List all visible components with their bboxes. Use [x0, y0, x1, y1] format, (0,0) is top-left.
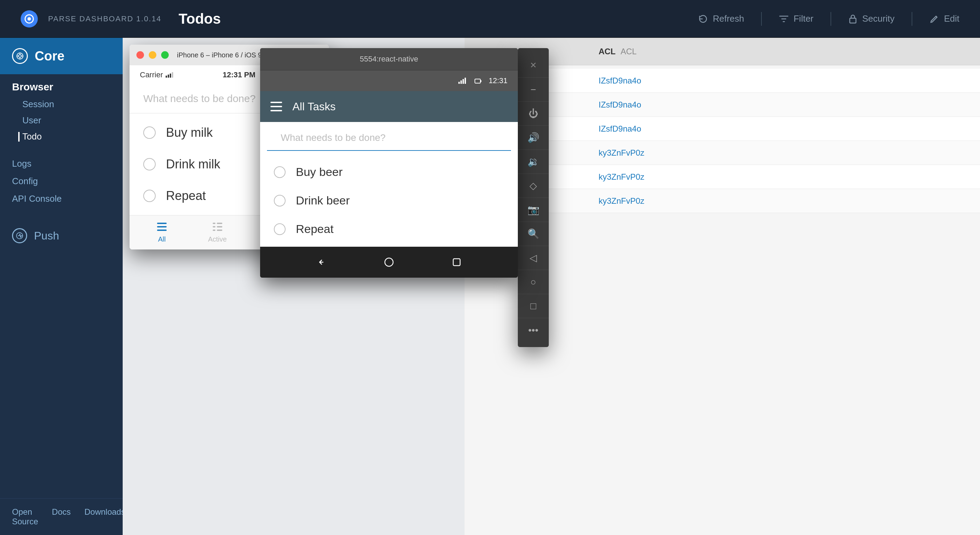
svg-rect-22 [465, 78, 466, 84]
android-tool-volume-down[interactable]: 🔉 [518, 150, 549, 174]
android-radio[interactable] [274, 223, 286, 235]
svg-point-28 [385, 258, 393, 266]
header-bar: PARSE DASHBOARD 1.0.14 Todos Refresh Fil… [0, 0, 980, 38]
sidebar-item-user[interactable]: User [22, 112, 111, 129]
android-todo-input[interactable]: What needs to be done? [267, 126, 511, 151]
android-home-btn[interactable] [382, 255, 396, 269]
content-area: text String ACL ACL Repeat IZsfD9na4o Dr… [123, 38, 980, 535]
svg-rect-11 [157, 226, 167, 228]
svg-rect-6 [165, 76, 167, 78]
android-tool-volume-up[interactable]: 🔊 [518, 126, 549, 150]
android-nav-bar [260, 247, 518, 278]
svg-rect-21 [463, 79, 464, 84]
app-title: Todos [179, 11, 221, 27]
filter-button[interactable]: Filter [779, 13, 813, 24]
svg-point-1 [27, 17, 31, 21]
docs-link[interactable]: Docs [52, 507, 71, 526]
svg-point-3 [19, 55, 21, 57]
parse-title: PARSE DASHBOARD 1.0.14 [48, 14, 162, 23]
refresh-button[interactable]: Refresh [698, 13, 744, 24]
push-header: Push [12, 228, 111, 243]
svg-rect-12 [157, 229, 167, 231]
sidebar-push-section[interactable]: Push [0, 218, 123, 253]
sidebar-item-api-console[interactable]: API Console [12, 190, 111, 207]
sidebar: Core Browser Session User Todo Logs Conf… [0, 38, 123, 535]
browser-sub-items: Session User Todo [12, 96, 111, 145]
table-cell-acl: ky3ZnFvP0z [598, 148, 702, 158]
svg-rect-26 [270, 106, 282, 107]
sidebar-item-todo[interactable]: Todo [22, 129, 111, 145]
app-container: PARSE DASHBOARD 1.0.14 Todos Refresh Fil… [0, 0, 980, 535]
core-icon [12, 48, 28, 64]
ios-time: 12:31 PM [223, 70, 255, 80]
sidebar-item-config[interactable]: Config [12, 172, 111, 190]
ios-todo-text: Buy milk [166, 126, 213, 140]
edit-button[interactable]: Edit [929, 13, 959, 24]
android-todo-item: Drink beer [260, 186, 518, 215]
android-screen: All Tasks What needs to be done? Buy bee… [260, 91, 518, 247]
android-back-btn[interactable] [314, 255, 328, 269]
svg-rect-25 [270, 102, 282, 103]
android-tool-back[interactable]: ◁ [518, 246, 549, 270]
divider-2 [830, 12, 831, 26]
ios-tab-all[interactable]: All [157, 221, 167, 243]
sidebar-footer: Open Source Docs Downloads ••• [0, 498, 123, 535]
svg-rect-29 [453, 259, 460, 266]
android-tool-circle[interactable]: ○ [518, 270, 549, 294]
browser-label[interactable]: Browser [12, 81, 111, 93]
svg-rect-2 [850, 18, 856, 23]
svg-rect-16 [217, 223, 222, 224]
main-content: Core Browser Session User Todo Logs Conf… [0, 38, 980, 535]
svg-rect-19 [458, 82, 460, 84]
header-left: PARSE DASHBOARD 1.0.14 Todos [21, 10, 221, 27]
table-cell-acl: IZsfD9na4o [598, 76, 702, 86]
push-icon [12, 228, 27, 243]
ios-radio[interactable] [143, 158, 156, 170]
android-recents-btn[interactable] [450, 255, 463, 269]
table-cell-acl: IZsfD9na4o [598, 100, 702, 110]
android-title: 5554:react-native [360, 55, 418, 64]
header-right: Refresh Filter Security [698, 12, 959, 26]
ios-minimize-btn[interactable] [149, 51, 156, 59]
android-tool-more[interactable]: ••• [518, 318, 549, 342]
divider-1 [761, 12, 762, 26]
android-todo-text: Drink beer [296, 194, 350, 207]
android-radio[interactable] [274, 195, 286, 207]
svg-rect-17 [217, 226, 222, 228]
core-header: Core [12, 48, 111, 64]
android-tool-camera[interactable]: 📷 [518, 197, 549, 221]
sidebar-core-section[interactable]: Core [0, 38, 123, 74]
svg-rect-9 [172, 72, 173, 78]
sidebar-browser-section: Browser Session User Todo [0, 74, 123, 151]
svg-rect-15 [213, 229, 215, 231]
ios-maximize-btn[interactable] [161, 51, 169, 59]
ios-close-btn[interactable] [137, 51, 144, 59]
android-tool-square[interactable]: □ [518, 294, 549, 318]
security-button[interactable]: Security [848, 13, 894, 24]
svg-rect-7 [168, 75, 169, 78]
android-emulator: 5554:react-native 12:31 [260, 48, 518, 278]
android-tool-close[interactable]: ✕ [518, 53, 549, 77]
refresh-label: Refresh [713, 13, 744, 24]
android-tool-power[interactable]: ⏻ [518, 101, 549, 126]
svg-rect-27 [270, 110, 282, 111]
android-radio[interactable] [274, 166, 286, 178]
android-todo-item: Buy beer [260, 158, 518, 186]
open-source-link[interactable]: Open Source [12, 507, 38, 526]
android-tool-minus[interactable]: − [518, 77, 549, 101]
svg-rect-13 [213, 223, 215, 224]
ios-radio[interactable] [143, 126, 156, 139]
svg-rect-23 [475, 79, 480, 83]
divider-3 [912, 12, 912, 26]
android-titlebar: 5554:react-native [260, 48, 518, 70]
ios-tab-active[interactable]: Active [208, 221, 226, 243]
android-tool-zoom[interactable]: 🔍 [518, 221, 549, 246]
sidebar-item-session[interactable]: Session [22, 96, 111, 112]
android-app-title: All Tasks [293, 100, 336, 113]
ios-radio[interactable] [143, 189, 156, 202]
downloads-link[interactable]: Downloads [84, 507, 126, 526]
android-tool-rotate[interactable]: ◇ [518, 174, 549, 197]
svg-rect-20 [460, 80, 462, 84]
sidebar-item-logs[interactable]: Logs [12, 155, 111, 172]
parse-logo [21, 10, 38, 27]
